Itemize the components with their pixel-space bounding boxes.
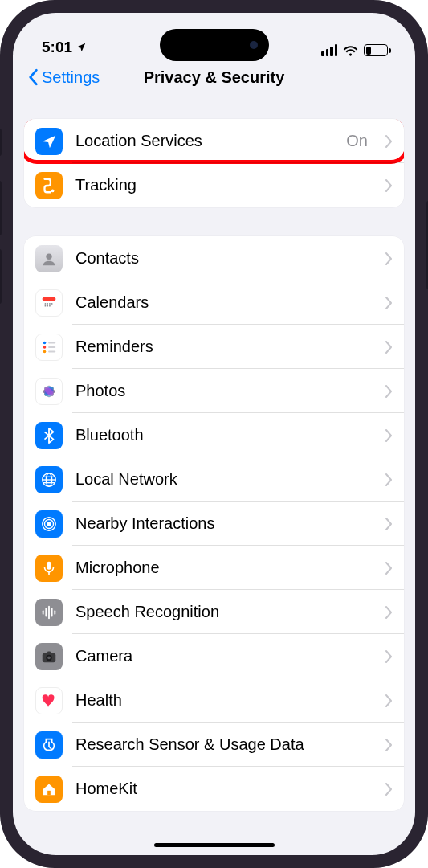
svg-point-1 [46, 253, 51, 259]
home-indicator[interactable] [154, 843, 275, 847]
wifi-icon [343, 44, 358, 56]
row-label: Nearby Interactions [75, 514, 373, 533]
row-label: Contacts [75, 249, 373, 268]
row-local-network[interactable]: Local Network [24, 457, 404, 502]
row-label: Reminders [75, 338, 373, 356]
svg-point-5 [47, 303, 48, 305]
chevron-right-icon [385, 606, 393, 619]
camera-icon [35, 643, 63, 670]
back-button[interactable]: Settings [27, 68, 100, 87]
svg-point-4 [45, 303, 47, 305]
svg-point-10 [49, 305, 51, 306]
row-label: Local Network [75, 470, 373, 489]
row-label: HomeKit [75, 780, 373, 798]
nearby-icon [35, 510, 63, 538]
row-photos[interactable]: Photos [24, 369, 404, 413]
chevron-right-icon [385, 650, 393, 663]
signal-icon [321, 44, 337, 56]
bluetooth-icon [35, 422, 63, 449]
speech-icon [35, 599, 63, 626]
row-reminders[interactable]: Reminders [24, 325, 404, 369]
svg-rect-14 [48, 342, 55, 343]
chevron-right-icon [385, 179, 393, 192]
svg-point-13 [43, 350, 47, 353]
row-label: Calendars [75, 293, 373, 312]
row-contacts[interactable]: Contacts [24, 236, 404, 280]
svg-rect-2 [43, 297, 56, 301]
chevron-right-icon [385, 473, 393, 486]
svg-point-12 [43, 346, 47, 349]
svg-point-7 [51, 303, 53, 305]
svg-rect-15 [48, 346, 55, 348]
chevron-right-icon [385, 385, 393, 398]
row-label: Photos [75, 382, 373, 400]
chevron-right-icon [385, 739, 393, 751]
dynamic-island [160, 29, 269, 61]
location-indicator-icon [75, 42, 87, 53]
chevron-right-icon [385, 694, 393, 707]
status-right: 24 [321, 44, 391, 56]
chevron-right-icon [385, 562, 393, 575]
settings-group-apps: Contacts Calendars Reminders [24, 236, 404, 811]
tracking-icon [35, 172, 63, 199]
settings-content: Location Services On Tracking [13, 98, 415, 811]
mute-switch [0, 129, 2, 156]
chevron-right-icon [385, 135, 393, 148]
row-nearby-interactions[interactable]: Nearby Interactions [24, 502, 404, 546]
row-speech-recognition[interactable]: Speech Recognition [24, 590, 404, 634]
chevron-right-icon [385, 297, 393, 309]
svg-point-6 [49, 303, 51, 305]
row-research-sensor[interactable]: Research Sensor & Usage Data [24, 723, 404, 767]
svg-point-0 [51, 189, 55, 192]
settings-group-location: Location Services On Tracking [24, 119, 404, 207]
svg-point-9 [47, 305, 48, 306]
calendar-icon [35, 289, 63, 317]
status-time: 5:01 [42, 39, 87, 56]
row-camera[interactable]: Camera [24, 634, 404, 678]
row-microphone[interactable]: Microphone [24, 546, 404, 590]
back-label: Settings [42, 68, 100, 87]
contacts-icon [35, 245, 63, 272]
research-icon [35, 731, 63, 759]
row-value: On [346, 132, 368, 150]
svg-point-30 [47, 522, 51, 526]
row-homekit[interactable]: HomeKit [24, 767, 404, 811]
row-label: Tracking [75, 176, 373, 194]
screen: 5:01 24 [13, 13, 415, 855]
row-health[interactable]: Health [24, 678, 404, 723]
location-icon [35, 128, 63, 155]
battery-icon: 24 [364, 44, 391, 56]
row-label: Bluetooth [75, 426, 373, 444]
row-label: Research Sensor & Usage Data [75, 735, 373, 754]
network-icon [35, 466, 63, 493]
svg-rect-43 [47, 790, 51, 795]
health-icon [35, 687, 63, 714]
chevron-right-icon [385, 252, 393, 265]
row-bluetooth[interactable]: Bluetooth [24, 413, 404, 457]
row-label: Health [75, 691, 373, 710]
row-tracking[interactable]: Tracking [24, 163, 404, 207]
svg-rect-33 [47, 561, 51, 569]
row-label: Camera [75, 647, 373, 665]
phone-frame: 5:01 24 [0, 0, 428, 868]
volume-up-button [0, 181, 2, 235]
photos-icon [35, 378, 63, 405]
nav-bar: Settings Privacy & Security [13, 59, 415, 98]
volume-down-button [0, 249, 2, 304]
svg-rect-3 [43, 301, 56, 309]
svg-rect-16 [48, 350, 55, 352]
row-label: Microphone [75, 559, 373, 577]
chevron-right-icon [385, 341, 393, 354]
chevron-left-icon [27, 68, 39, 86]
svg-point-11 [43, 341, 47, 344]
home-icon [35, 776, 63, 803]
svg-point-8 [45, 305, 47, 306]
row-calendars[interactable]: Calendars [24, 280, 404, 325]
time-label: 5:01 [42, 39, 72, 56]
svg-point-42 [47, 656, 51, 659]
chevron-right-icon [385, 518, 393, 530]
chevron-right-icon [385, 429, 393, 442]
microphone-icon [35, 555, 63, 582]
row-location-services[interactable]: Location Services On [24, 119, 404, 163]
row-label: Speech Recognition [75, 603, 373, 621]
